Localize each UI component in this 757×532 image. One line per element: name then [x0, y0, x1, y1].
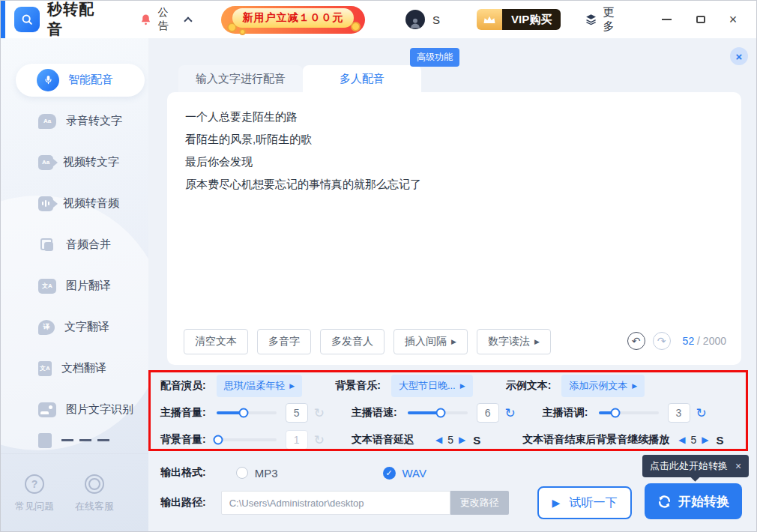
sidebar-item-doc-translate[interactable]: 文A 文档翻译	[1, 348, 148, 389]
sample-text-select[interactable]: 添加示例文本▶	[561, 375, 645, 397]
tab-multi-voice[interactable]: 多人配音	[303, 65, 421, 92]
window-controls: ×	[656, 8, 744, 31]
minimize-button[interactable]	[656, 8, 678, 31]
tooltip-close-icon[interactable]: ×	[735, 460, 741, 472]
editor-toolbar: 清空文本 多音字 多发音人 插入间隔▶ 数字读法▶	[184, 329, 551, 354]
bgm-select[interactable]: 大型节日晚...▶	[391, 375, 473, 397]
decrease-icon[interactable]: ◀	[678, 435, 685, 445]
speed-slider[interactable]	[408, 411, 468, 414]
pitch-slider[interactable]	[599, 411, 659, 414]
preview-button[interactable]: ▶ 试听一下	[537, 486, 632, 519]
image-translate-icon: 文A	[38, 279, 56, 294]
tab-text-dubbing[interactable]: 输入文字进行配音	[178, 65, 303, 92]
camera-waveform-icon	[38, 196, 53, 211]
increase-icon[interactable]: ▶	[459, 435, 465, 445]
output-path-input[interactable]: C:\Users\Administrator\desktop	[221, 491, 450, 515]
maximize-button[interactable]	[690, 8, 712, 31]
decrease-icon[interactable]: ◀	[435, 435, 442, 445]
tooltip-text: 点击此处开始转换	[650, 459, 728, 473]
faq-button[interactable]: ? 常见问题	[10, 464, 59, 513]
convert-icon	[657, 495, 672, 509]
number-reading-button[interactable]: 数字读法▶	[477, 329, 551, 354]
pitch-label: 主播语调:	[543, 406, 588, 420]
pitch-value[interactable]: 3	[668, 403, 690, 423]
volume-value[interactable]: 5	[286, 403, 308, 423]
volume-reset-icon[interactable]: ↻	[314, 407, 325, 420]
crown-icon	[477, 9, 502, 30]
clear-text-button[interactable]: 清空文本	[184, 329, 248, 354]
accent-strip	[1, 1, 5, 38]
bg-volume-slider[interactable]	[217, 438, 277, 441]
char-limit: / 2000	[697, 335, 726, 347]
delay-stepper: ◀ 5 ▶	[435, 434, 465, 446]
sidebar-item-label: 录音转文字	[66, 114, 122, 128]
sidebar-item-video-to-audio[interactable]: 视频转音频	[1, 183, 148, 224]
arrow-right-icon: ▶	[534, 338, 540, 345]
sidebar-item-audio-to-text[interactable]: Aa 录音转文字	[1, 100, 148, 142]
panel-close-icon[interactable]: ×	[730, 47, 748, 65]
more-menu[interactable]: 更多	[585, 5, 624, 34]
document-translate-icon: 文A	[38, 361, 52, 376]
radio-wav[interactable]: ✓ WAV	[383, 467, 427, 480]
char-count: 52	[683, 335, 695, 347]
voice-actor-select[interactable]: 思琪/温柔年轻▶	[217, 375, 303, 397]
title-bar: 秒转配音 公告 新用户立减１００元 S VIP购买 更多	[1, 1, 756, 38]
support-icon	[85, 474, 104, 494]
insert-pause-button[interactable]: 插入间隔▶	[393, 329, 468, 354]
main-panel: × 高级功能 输入文字进行配音 多人配音 一个人总要走陌生的路 看陌生的风景,听…	[148, 38, 757, 532]
announcement-link[interactable]: 公告	[158, 6, 178, 33]
tail-value: 5	[690, 434, 696, 446]
online-support-button[interactable]: 在线客服	[70, 464, 119, 513]
arrow-right-icon: ▶	[632, 382, 637, 390]
bg-volume-reset-icon[interactable]: ↻	[314, 434, 325, 447]
chevron-up-icon[interactable]	[184, 16, 193, 25]
vip-purchase-button[interactable]: VIP购买	[477, 9, 561, 30]
radio-mp3[interactable]: MP3	[236, 467, 278, 480]
play-icon: ▶	[552, 497, 561, 509]
undo-button[interactable]: ↶	[627, 332, 645, 350]
pitch-reset-icon[interactable]: ↻	[696, 407, 707, 420]
faq-label: 常见问题	[15, 500, 54, 513]
sample-text-label: 示例文本:	[506, 379, 552, 393]
radio-unchecked-icon	[236, 467, 248, 479]
multi-speaker-button[interactable]: 多发音人	[320, 329, 384, 354]
volume-label: 主播音量:	[160, 406, 206, 420]
sidebar-item-text-translate[interactable]: 译 文字翻译	[1, 306, 148, 348]
sidebar-item-video-to-text[interactable]: Aa 视频转文字	[1, 142, 148, 183]
text-editor[interactable]: 一个人总要走陌生的路 看陌生的风景,听陌生的歌 最后你会发现 原本费尽心机想要忘…	[167, 92, 741, 365]
sidebar-item-image-translate[interactable]: 文A 图片翻译	[1, 265, 148, 306]
speed-reset-icon[interactable]: ↻	[505, 407, 516, 420]
ocr-icon	[38, 402, 56, 417]
dubbing-settings: 配音演员: 思琪/温柔年轻▶ 背景音乐: 大型节日晚...▶ 示例文本: 添加示…	[153, 372, 748, 453]
delay-label: 文本语音延迟	[352, 433, 414, 447]
sidebar-item-label: 文字翻译	[64, 320, 109, 334]
redo-button[interactable]: ↷	[653, 332, 671, 350]
volume-slider[interactable]	[217, 411, 277, 414]
convert-tooltip: 点击此处开始转换 ×	[642, 455, 749, 477]
sidebar-item-smart-dubbing[interactable]: 智能配音	[1, 59, 148, 100]
bg-volume-value[interactable]: 1	[286, 430, 308, 450]
editor-content[interactable]: 一个人总要走陌生的路 看陌生的风景,听陌生的歌 最后你会发现 原本费尽心机想要忘…	[167, 92, 741, 190]
arrow-right-icon: ▶	[289, 382, 295, 390]
speed-value[interactable]: 6	[477, 403, 499, 423]
change-path-button[interactable]: 更改路径	[450, 491, 509, 515]
question-icon: ?	[25, 474, 44, 494]
chat-translate-icon: 译	[38, 320, 55, 335]
editor-line: 最后你会发现	[185, 155, 723, 168]
start-convert-button[interactable]: 开始转换	[645, 483, 742, 519]
sidebar-item-label: 视频转文字	[63, 155, 119, 169]
promo-banner[interactable]: 新用户立减１００元	[221, 6, 365, 34]
output-format-label: 输出格式:	[160, 466, 206, 480]
avatar[interactable]	[405, 10, 425, 29]
close-button[interactable]: ×	[722, 8, 744, 31]
sidebar-item-image-ocr[interactable]: 图片文字识别	[1, 389, 148, 430]
tail-unit: S	[716, 434, 723, 447]
sidebar-item-label: 图片文字识别	[66, 402, 133, 417]
sidebar-item-clipped[interactable]	[1, 430, 148, 450]
sidebar: 智能配音 Aa 录音转文字 Aa 视频转文字 视频转音频 音频合并 文A 图片	[1, 38, 148, 532]
app-logo-icon	[14, 7, 40, 32]
bgm-label: 背景音乐:	[335, 379, 381, 393]
sidebar-item-audio-merge[interactable]: 音频合并	[1, 224, 148, 265]
increase-icon[interactable]: ▶	[702, 435, 708, 445]
polyphone-button[interactable]: 多音字	[257, 329, 311, 354]
